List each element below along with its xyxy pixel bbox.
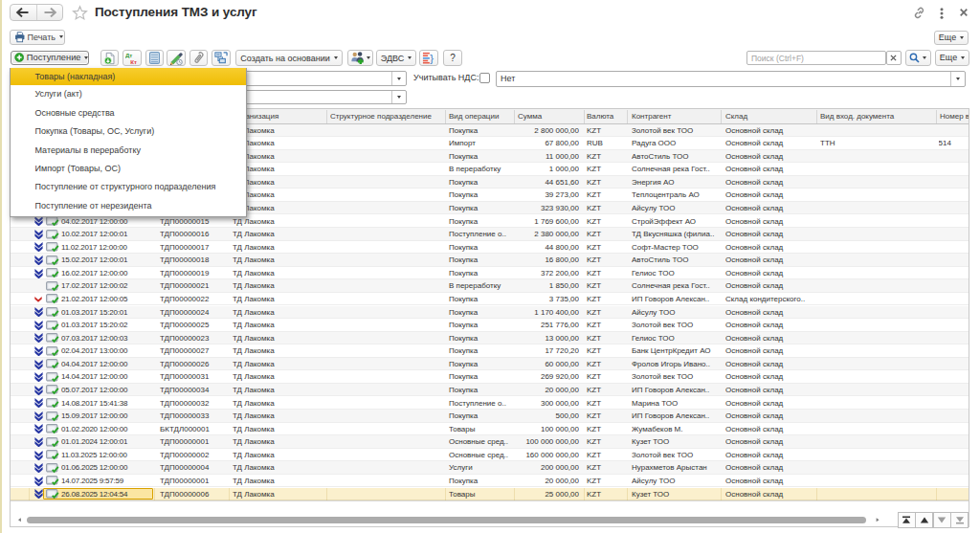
- svg-text:Дт: Дт: [125, 52, 132, 58]
- svg-text:}: }: [430, 53, 434, 64]
- svg-text:Кт: Кт: [130, 57, 137, 64]
